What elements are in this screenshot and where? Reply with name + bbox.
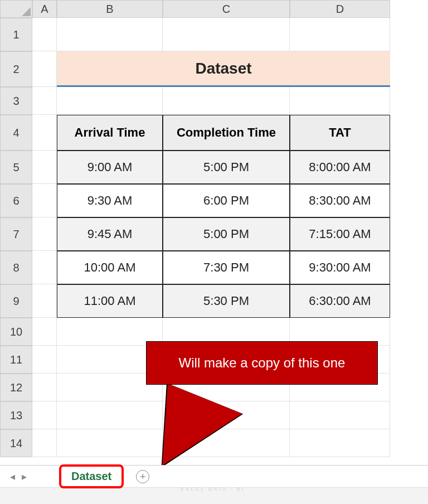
row-header-14[interactable]: 14 xyxy=(0,429,32,457)
row-header-3[interactable]: 3 xyxy=(0,87,32,115)
cell-A3[interactable] xyxy=(32,87,57,115)
cell-A14[interactable] xyxy=(32,429,57,457)
table-header-tat[interactable]: TAT xyxy=(290,115,390,151)
cell-C1[interactable] xyxy=(163,18,290,51)
table-row[interactable]: 11:00 AM xyxy=(57,284,163,318)
annotation-callout: Will make a copy of this one xyxy=(146,341,378,385)
cell-B13[interactable] xyxy=(57,401,163,429)
row-header-11[interactable]: 11 xyxy=(0,346,32,374)
row-header-4[interactable]: 4 xyxy=(0,115,32,151)
table-row[interactable]: 5:30 PM xyxy=(163,284,290,318)
tab-navigation: ◂ ▸ xyxy=(0,471,37,483)
table-row[interactable]: 5:00 PM xyxy=(163,151,290,184)
cell-A10[interactable] xyxy=(32,318,57,346)
row-header-6[interactable]: 6 xyxy=(0,184,32,217)
cell-C3[interactable] xyxy=(163,87,290,115)
sheet-tab-dataset[interactable]: Dataset xyxy=(59,464,124,488)
cell-B1[interactable] xyxy=(57,18,163,51)
table-row[interactable]: 6:30:00 AM xyxy=(290,284,390,318)
col-header-C[interactable]: C xyxy=(163,0,290,18)
cell-D3[interactable] xyxy=(290,87,390,115)
table-row[interactable]: 8:30:00 AM xyxy=(290,184,390,217)
cell-D14[interactable] xyxy=(290,429,390,457)
table-row[interactable]: 5:00 PM xyxy=(163,217,290,251)
cell-A7[interactable] xyxy=(32,217,57,251)
table-row[interactable]: 7:15:00 AM xyxy=(290,217,390,251)
cell-A8[interactable] xyxy=(32,251,57,284)
cell-D13[interactable] xyxy=(290,401,390,429)
row-header-10[interactable]: 10 xyxy=(0,318,32,346)
cell-A2[interactable] xyxy=(32,51,57,87)
cell-A1[interactable] xyxy=(32,18,57,51)
table-row[interactable]: 9:45 AM xyxy=(57,217,163,251)
table-row[interactable]: 8:00:00 AM xyxy=(290,151,390,184)
select-all-corner[interactable] xyxy=(0,0,32,18)
col-header-B[interactable]: B xyxy=(57,0,163,18)
table-row[interactable]: 9:30:00 AM xyxy=(290,251,390,284)
cell-A4[interactable] xyxy=(32,115,57,151)
row-header-2[interactable]: 2 xyxy=(0,51,32,87)
sheet-tab-bar: ◂ ▸ Dataset + xyxy=(0,465,428,487)
row-header-1[interactable]: 1 xyxy=(0,18,32,51)
table-header-completion[interactable]: Completion Time xyxy=(163,115,290,151)
cell-A12[interactable] xyxy=(32,374,57,401)
row-header-5[interactable]: 5 xyxy=(0,151,32,184)
cell-D1[interactable] xyxy=(290,18,390,51)
tab-prev-icon[interactable]: ◂ xyxy=(10,471,15,483)
tab-next-icon[interactable]: ▸ xyxy=(22,471,27,483)
cell-A6[interactable] xyxy=(32,184,57,217)
add-sheet-button[interactable]: + xyxy=(136,470,149,483)
row-header-7[interactable]: 7 xyxy=(0,217,32,251)
cell-B3[interactable] xyxy=(57,87,163,115)
cell-A13[interactable] xyxy=(32,401,57,429)
cell-A5[interactable] xyxy=(32,151,57,184)
row-header-12[interactable]: 12 xyxy=(0,374,32,401)
table-row[interactable]: 9:30 AM xyxy=(57,184,163,217)
table-row[interactable]: 9:00 AM xyxy=(57,151,163,184)
col-header-A[interactable]: A xyxy=(32,0,57,18)
col-header-D[interactable]: D xyxy=(290,0,390,18)
spreadsheet-grid: A B C D 1 2 Dataset 3 4 Arrival Time Com… xyxy=(0,0,428,457)
table-row[interactable]: 10:00 AM xyxy=(57,251,163,284)
table-row[interactable]: 7:30 PM xyxy=(163,251,290,284)
row-header-8[interactable]: 8 xyxy=(0,251,32,284)
cell-A9[interactable] xyxy=(32,284,57,318)
table-row[interactable]: 6:00 PM xyxy=(163,184,290,217)
row-header-13[interactable]: 13 xyxy=(0,401,32,429)
cell-A11[interactable] xyxy=(32,346,57,374)
dataset-title[interactable]: Dataset xyxy=(57,51,390,87)
table-header-arrival[interactable]: Arrival Time xyxy=(57,115,163,151)
row-header-9[interactable]: 9 xyxy=(0,284,32,318)
